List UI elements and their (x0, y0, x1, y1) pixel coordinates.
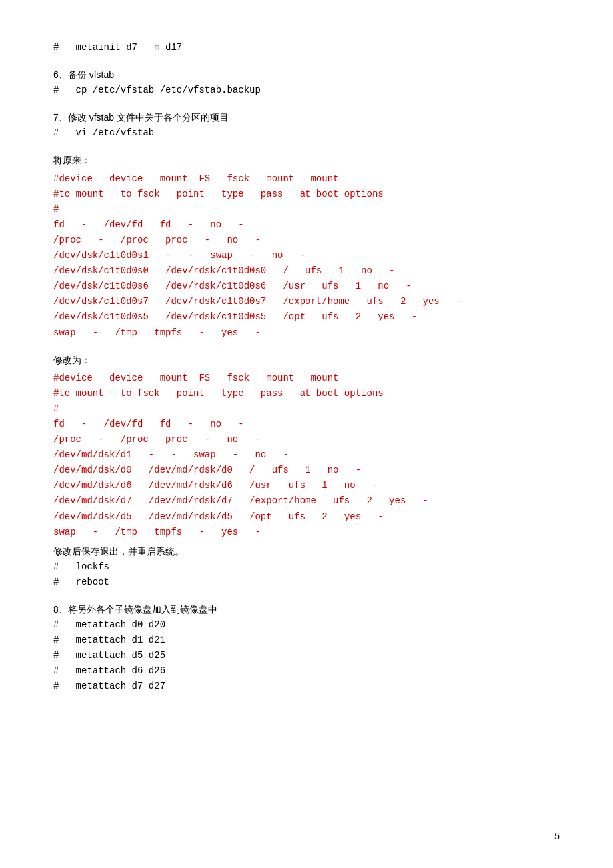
mod-d7: /dev/md/dsk/d7 /dev/md/rdsk/d7 /export/h… (53, 493, 560, 509)
section-6: 6、备份 vfstab # cp /etc/vfstab /etc/vfstab… (53, 67, 560, 98)
step7-cmd: # vi /etc/vfstab (53, 125, 560, 141)
modified-label: 修改为： (53, 353, 560, 368)
mod-comment: # (53, 401, 560, 417)
mod-d5: /dev/md/dsk/d5 /dev/md/rdsk/d5 /opt ufs … (53, 509, 560, 525)
mod-fd: fd - /dev/fd fd - no - (53, 417, 560, 432)
original-label-text: 将原来： (53, 153, 560, 168)
metattach-d5: # metattach d5 d25 (53, 648, 560, 663)
orig-fd: fd - /dev/fd fd - no - (53, 217, 560, 233)
mod-d6: /dev/md/dsk/d6 /dev/md/rdsk/d6 /usr ufs … (53, 478, 560, 493)
main-content: # metainit d7 m d17 6、备份 vfstab # cp /et… (53, 40, 560, 695)
orig-comment: # (53, 202, 560, 217)
metattach-d6: # metattach d6 d26 (53, 663, 560, 679)
lockfs-cmd: # lockfs (53, 559, 560, 575)
step6-title: 6、备份 vfstab (53, 67, 560, 83)
step8-title: 8、将另外各个子镜像盘加入到镜像盘中 (53, 602, 560, 617)
mod-swap: swap - /tmp tmpfs - yes - (53, 525, 560, 540)
step6-cmd: # cp /etc/vfstab /etc/vfstab.backup (53, 83, 560, 98)
step7-title: 7、修改 vfstab 文件中关于各个分区的项目 (53, 110, 560, 125)
original-label: 将原来： (53, 153, 560, 168)
page-number: 5 (554, 831, 560, 841)
metattach-d1: # metattach d1 d21 (53, 633, 560, 648)
orig-s5: /dev/dsk/c1t0d0s5 /dev/rdsk/c1t0d0s5 /op… (53, 309, 560, 325)
metattach-d0: # metattach d0 d20 (53, 617, 560, 633)
reboot-cmd: # reboot (53, 575, 560, 590)
after-modify-text: 修改后保存退出，并重启系统。 (53, 544, 560, 559)
mod-d0: /dev/md/dsk/d0 /dev/md/rdsk/d0 / ufs 1 n… (53, 463, 560, 478)
orig-s7: /dev/dsk/c1t0d0s7 /dev/rdsk/c1t0d0s7 /ex… (53, 294, 560, 309)
orig-header1: #device device mount FS fsck mount mount (53, 171, 560, 187)
modified-label-text: 修改为： (53, 353, 560, 368)
orig-s1: /dev/dsk/c1t0d0s1 - - swap - no - (53, 248, 560, 263)
metainit-cmd: # metainit d7 m d17 (53, 40, 560, 55)
original-table: #device device mount FS fsck mount mount… (53, 171, 560, 341)
after-modify: 修改后保存退出，并重启系统。 # lockfs # reboot (53, 544, 560, 590)
mod-header2: #to mount to fsck point type pass at boo… (53, 386, 560, 401)
orig-swap: swap - /tmp tmpfs - yes - (53, 325, 560, 341)
orig-s0: /dev/dsk/c1t0d0s0 /dev/rdsk/c1t0d0s0 / u… (53, 263, 560, 279)
mod-d1: /dev/md/dsk/d1 - - swap - no - (53, 447, 560, 463)
section-7: 7、修改 vfstab 文件中关于各个分区的项目 # vi /etc/vfsta… (53, 110, 560, 141)
metattach-d7: # metattach d7 d27 (53, 679, 560, 694)
section-metainit: # metainit d7 m d17 (53, 40, 560, 55)
orig-s6: /dev/dsk/c1t0d0s6 /dev/rdsk/c1t0d0s6 /us… (53, 279, 560, 294)
modified-table: #device device mount FS fsck mount mount… (53, 371, 560, 540)
orig-header2: #to mount to fsck point type pass at boo… (53, 187, 560, 202)
mod-header1: #device device mount FS fsck mount mount (53, 371, 560, 386)
orig-proc: /proc - /proc proc - no - (53, 233, 560, 248)
mod-proc: /proc - /proc proc - no - (53, 432, 560, 447)
section-8: 8、将另外各个子镜像盘加入到镜像盘中 # metattach d0 d20 # … (53, 602, 560, 695)
